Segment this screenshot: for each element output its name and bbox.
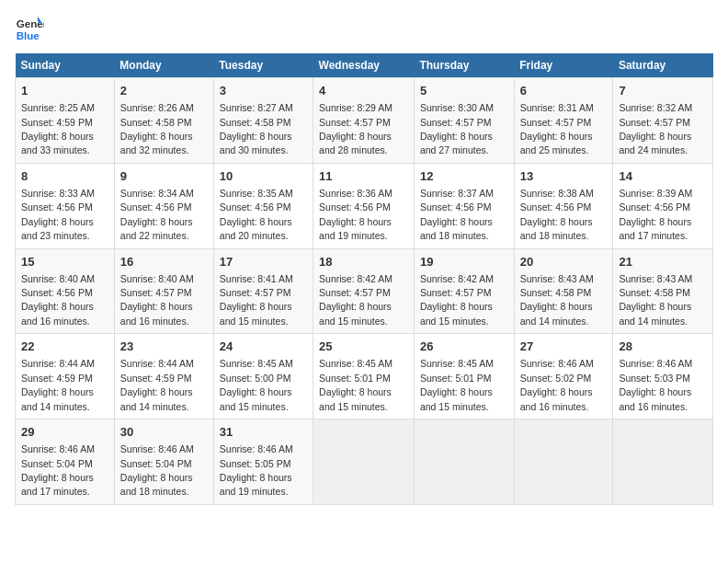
day-info: Sunrise: 8:46 AMSunset: 5:02 PMDaylight:… xyxy=(520,358,594,411)
day-number: 11 xyxy=(319,168,408,185)
day-number: 4 xyxy=(319,83,408,99)
day-number: 20 xyxy=(520,254,608,270)
calendar-week-row: 29 Sunrise: 8:46 AMSunset: 5:04 PMDaylig… xyxy=(16,419,713,505)
calendar-cell: 7 Sunrise: 8:32 AMSunset: 4:57 PMDayligh… xyxy=(613,78,713,164)
day-number: 22 xyxy=(21,339,108,355)
svg-text:Blue: Blue xyxy=(17,30,40,41)
day-info: Sunrise: 8:46 AMSunset: 5:04 PMDaylight:… xyxy=(120,443,194,497)
calendar-cell: 23 Sunrise: 8:44 AMSunset: 4:59 PMDaylig… xyxy=(114,334,213,419)
day-info: Sunrise: 8:43 AMSunset: 4:58 PMDaylight:… xyxy=(520,273,594,327)
calendar-cell: 24 Sunrise: 8:45 AMSunset: 5:00 PMDaylig… xyxy=(213,334,313,419)
calendar-cell xyxy=(613,419,713,505)
day-number: 12 xyxy=(420,168,508,185)
calendar-week-row: 8 Sunrise: 8:33 AMSunset: 4:56 PMDayligh… xyxy=(16,163,713,248)
calendar-cell: 25 Sunrise: 8:45 AMSunset: 5:01 PMDaylig… xyxy=(313,334,415,419)
day-info: Sunrise: 8:46 AMSunset: 5:05 PMDaylight:… xyxy=(220,443,293,497)
day-number: 16 xyxy=(120,254,208,270)
day-info: Sunrise: 8:46 AMSunset: 5:03 PMDaylight:… xyxy=(619,358,692,411)
day-info: Sunrise: 8:36 AMSunset: 4:56 PMDaylight:… xyxy=(319,188,392,241)
day-number: 31 xyxy=(220,424,307,441)
day-info: Sunrise: 8:40 AMSunset: 4:56 PMDaylight:… xyxy=(21,273,95,327)
day-number: 17 xyxy=(220,254,307,270)
calendar-cell: 10 Sunrise: 8:35 AMSunset: 4:56 PMDaylig… xyxy=(213,163,313,248)
day-info: Sunrise: 8:45 AMSunset: 5:01 PMDaylight:… xyxy=(319,358,392,411)
day-number: 30 xyxy=(120,424,208,441)
day-info: Sunrise: 8:32 AMSunset: 4:57 PMDaylight:… xyxy=(619,102,692,155)
calendar-cell: 6 Sunrise: 8:31 AMSunset: 4:57 PMDayligh… xyxy=(514,78,613,164)
calendar-cell: 11 Sunrise: 8:36 AMSunset: 4:56 PMDaylig… xyxy=(313,163,415,248)
day-number: 18 xyxy=(319,254,408,270)
day-number: 1 xyxy=(21,83,108,99)
day-number: 29 xyxy=(21,424,108,441)
weekday-header: Saturday xyxy=(613,53,713,78)
day-info: Sunrise: 8:29 AMSunset: 4:57 PMDaylight:… xyxy=(319,102,392,155)
calendar-cell: 14 Sunrise: 8:39 AMSunset: 4:56 PMDaylig… xyxy=(613,163,713,248)
calendar-cell: 13 Sunrise: 8:38 AMSunset: 4:56 PMDaylig… xyxy=(514,163,613,248)
day-number: 26 xyxy=(420,339,508,355)
day-info: Sunrise: 8:42 AMSunset: 4:57 PMDaylight:… xyxy=(319,273,392,327)
calendar-cell: 8 Sunrise: 8:33 AMSunset: 4:56 PMDayligh… xyxy=(16,163,115,248)
day-info: Sunrise: 8:25 AMSunset: 4:59 PMDaylight:… xyxy=(21,102,95,155)
calendar-cell: 30 Sunrise: 8:46 AMSunset: 5:04 PMDaylig… xyxy=(114,419,213,505)
weekday-header: Friday xyxy=(514,53,613,78)
day-info: Sunrise: 8:42 AMSunset: 4:57 PMDaylight:… xyxy=(420,273,494,327)
calendar-week-row: 1 Sunrise: 8:25 AMSunset: 4:59 PMDayligh… xyxy=(16,78,713,164)
day-info: Sunrise: 8:45 AMSunset: 5:00 PMDaylight:… xyxy=(220,358,293,411)
logo: General Blue xyxy=(15,15,44,44)
logo-icon: General Blue xyxy=(15,15,44,44)
day-number: 7 xyxy=(619,83,707,99)
day-info: Sunrise: 8:33 AMSunset: 4:56 PMDaylight:… xyxy=(21,188,95,241)
day-info: Sunrise: 8:39 AMSunset: 4:56 PMDaylight:… xyxy=(619,188,692,241)
day-info: Sunrise: 8:46 AMSunset: 5:04 PMDaylight:… xyxy=(21,443,95,497)
day-info: Sunrise: 8:43 AMSunset: 4:58 PMDaylight:… xyxy=(619,273,692,327)
calendar-cell xyxy=(313,419,415,505)
day-number: 6 xyxy=(520,83,608,99)
calendar-table: SundayMondayTuesdayWednesdayThursdayFrid… xyxy=(15,53,713,505)
day-number: 5 xyxy=(420,83,508,99)
weekday-header: Monday xyxy=(114,53,213,78)
day-info: Sunrise: 8:26 AMSunset: 4:58 PMDaylight:… xyxy=(120,102,194,155)
calendar-cell: 18 Sunrise: 8:42 AMSunset: 4:57 PMDaylig… xyxy=(313,248,415,334)
calendar-header: SundayMondayTuesdayWednesdayThursdayFrid… xyxy=(16,53,713,78)
calendar-cell: 2 Sunrise: 8:26 AMSunset: 4:58 PMDayligh… xyxy=(114,78,213,164)
day-number: 28 xyxy=(619,339,707,355)
calendar-cell: 31 Sunrise: 8:46 AMSunset: 5:05 PMDaylig… xyxy=(213,419,313,505)
calendar-cell: 4 Sunrise: 8:29 AMSunset: 4:57 PMDayligh… xyxy=(313,78,415,164)
day-number: 23 xyxy=(120,339,208,355)
day-info: Sunrise: 8:44 AMSunset: 4:59 PMDaylight:… xyxy=(21,358,95,411)
day-info: Sunrise: 8:45 AMSunset: 5:01 PMDaylight:… xyxy=(420,358,494,411)
calendar-cell: 28 Sunrise: 8:46 AMSunset: 5:03 PMDaylig… xyxy=(613,334,713,419)
calendar-week-row: 22 Sunrise: 8:44 AMSunset: 4:59 PMDaylig… xyxy=(16,334,713,419)
calendar-cell: 27 Sunrise: 8:46 AMSunset: 5:02 PMDaylig… xyxy=(514,334,613,419)
calendar-cell xyxy=(514,419,613,505)
day-number: 9 xyxy=(120,168,208,185)
calendar-cell: 19 Sunrise: 8:42 AMSunset: 4:57 PMDaylig… xyxy=(414,248,514,334)
day-number: 27 xyxy=(520,339,608,355)
weekday-header: Wednesday xyxy=(313,53,415,78)
day-info: Sunrise: 8:27 AMSunset: 4:58 PMDaylight:… xyxy=(220,102,293,155)
calendar-week-row: 15 Sunrise: 8:40 AMSunset: 4:56 PMDaylig… xyxy=(16,248,713,334)
calendar-cell: 20 Sunrise: 8:43 AMSunset: 4:58 PMDaylig… xyxy=(514,248,613,334)
day-number: 14 xyxy=(619,168,707,185)
day-number: 2 xyxy=(120,83,208,99)
calendar-cell: 3 Sunrise: 8:27 AMSunset: 4:58 PMDayligh… xyxy=(213,78,313,164)
day-info: Sunrise: 8:41 AMSunset: 4:57 PMDaylight:… xyxy=(220,273,293,327)
day-info: Sunrise: 8:31 AMSunset: 4:57 PMDaylight:… xyxy=(520,102,594,155)
day-info: Sunrise: 8:37 AMSunset: 4:56 PMDaylight:… xyxy=(420,188,494,241)
day-number: 13 xyxy=(520,168,608,185)
day-number: 25 xyxy=(319,339,408,355)
calendar-cell: 15 Sunrise: 8:40 AMSunset: 4:56 PMDaylig… xyxy=(16,248,115,334)
day-number: 24 xyxy=(220,339,307,355)
calendar-cell: 16 Sunrise: 8:40 AMSunset: 4:57 PMDaylig… xyxy=(114,248,213,334)
day-info: Sunrise: 8:44 AMSunset: 4:59 PMDaylight:… xyxy=(120,358,194,411)
weekday-header: Sunday xyxy=(16,53,115,78)
day-number: 8 xyxy=(21,168,108,185)
calendar-cell: 17 Sunrise: 8:41 AMSunset: 4:57 PMDaylig… xyxy=(213,248,313,334)
day-number: 10 xyxy=(220,168,307,185)
day-info: Sunrise: 8:38 AMSunset: 4:56 PMDaylight:… xyxy=(520,188,594,241)
calendar-cell: 26 Sunrise: 8:45 AMSunset: 5:01 PMDaylig… xyxy=(414,334,514,419)
page-header: General Blue xyxy=(15,15,713,44)
weekday-header: Thursday xyxy=(414,53,514,78)
day-info: Sunrise: 8:40 AMSunset: 4:57 PMDaylight:… xyxy=(120,273,194,327)
day-number: 19 xyxy=(420,254,508,270)
